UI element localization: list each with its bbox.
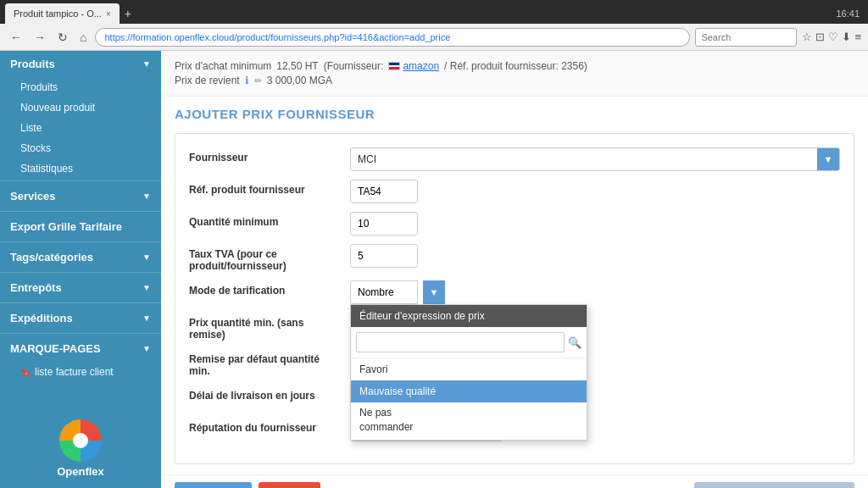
browser-tab[interactable]: Produit tampico - O... × bbox=[5, 3, 120, 24]
fournisseur-control: MCI ▼ bbox=[350, 147, 840, 171]
tab-close-button[interactable]: × bbox=[106, 9, 111, 19]
produits-arrow: ▼ bbox=[142, 59, 151, 69]
taux-tva-input[interactable] bbox=[350, 244, 418, 268]
sidebar-item-export[interactable]: Export Grille Tarifaire bbox=[0, 214, 161, 240]
sidebar-item-expeditions[interactable]: Expéditions ▼ bbox=[0, 305, 161, 331]
delai-livraison-label: Délai de livraison en jours bbox=[189, 385, 342, 402]
tarif-dropdown-btn[interactable]: ▼ bbox=[423, 280, 445, 304]
ref-produit-input[interactable] bbox=[350, 180, 418, 203]
quantite-min-control bbox=[350, 212, 840, 236]
sidebar-entrepots-label: Entrepôts bbox=[10, 281, 62, 294]
sidebar-produits-label: Produits bbox=[10, 58, 55, 70]
taux-tva-row: Taux TVA (pour ce produit/fournisseur) bbox=[189, 244, 840, 272]
sidebar-item-produits-list[interactable]: Produits bbox=[0, 77, 161, 97]
home-button[interactable]: ⌂ bbox=[76, 29, 90, 46]
dropdown-item-ne-pas-commander[interactable]: Ne pascommander bbox=[351, 402, 587, 440]
menu-icon[interactable]: ≡ bbox=[854, 30, 861, 43]
sidebar-item-nouveau-produit[interactable]: Nouveau produit bbox=[0, 97, 161, 118]
sidebar-expeditions-label: Expéditions bbox=[10, 312, 73, 324]
download-icon[interactable]: ⬇ bbox=[842, 30, 851, 43]
fournisseur-select-wrap[interactable]: MCI ▼ bbox=[350, 147, 840, 171]
search-input[interactable] bbox=[695, 28, 797, 47]
dropdown-search-btn[interactable]: 🔍 bbox=[568, 336, 581, 349]
save-button[interactable]: Enregistrer bbox=[175, 482, 252, 488]
prix-achat-label: Prix d'achat minimum bbox=[175, 60, 271, 72]
ref-produit-row: Réf. produit fournisseur bbox=[189, 180, 840, 203]
dropdown-item-mauvaise-qualite[interactable]: Mauvaise qualité bbox=[351, 380, 587, 402]
edit-pencil-icon[interactable]: ✏ bbox=[254, 75, 262, 86]
content-area: Prix d'achat minimum 12,50 HT (Fournisse… bbox=[161, 51, 868, 488]
divider-4 bbox=[0, 272, 161, 273]
form-title: AJOUTER PRIX FOURNISSEUR bbox=[175, 107, 854, 121]
prix-revient-value: 3 000,00 MGA bbox=[267, 75, 332, 86]
divider-1 bbox=[0, 180, 161, 181]
dropdown-header: Éditeur d'expression de prix bbox=[351, 305, 587, 327]
sidebar-item-stocks[interactable]: Stocks bbox=[0, 138, 161, 158]
sidebar-item-liste[interactable]: Liste bbox=[0, 118, 161, 138]
quantite-min-row: Quantité minimum bbox=[189, 212, 840, 236]
tab-title: Produit tampico - O... bbox=[14, 8, 102, 19]
form-section: AJOUTER PRIX FOURNISSEUR Fournisseur MCI… bbox=[161, 97, 868, 474]
tarif-wrap: ▼ bbox=[350, 280, 840, 304]
divider-6 bbox=[0, 333, 161, 334]
sidebar-export-label: Export Grille Tarifaire bbox=[10, 220, 122, 233]
sidebar-item-produits[interactable]: Produits ▼ bbox=[0, 51, 161, 77]
quantite-min-input[interactable] bbox=[350, 212, 418, 236]
star-icon[interactable]: ☆ bbox=[802, 30, 812, 43]
time-display: 16:41 bbox=[836, 8, 863, 19]
quantite-min-label: Quantité minimum bbox=[189, 212, 342, 228]
browser-chrome: Produit tampico - O... × + 16:41 bbox=[0, 0, 868, 24]
fournisseur-row: Fournisseur MCI ▼ bbox=[189, 147, 840, 171]
app-layout: Produits ▼ Produits Nouveau produit List… bbox=[0, 51, 868, 488]
sidebar-item-marque-pages[interactable]: MARQUE-PAGES ▼ bbox=[0, 336, 161, 362]
sidebar-item-services[interactable]: Services ▼ bbox=[0, 183, 161, 209]
logo-text: Openflex bbox=[57, 465, 104, 478]
refresh-button[interactable]: ↻ bbox=[54, 29, 71, 46]
address-input[interactable] bbox=[95, 28, 690, 47]
bookmark-small-icon: 🔖 bbox=[20, 368, 31, 377]
openflex-logo bbox=[59, 419, 102, 462]
prix-achat-row: Prix d'achat minimum 12,50 HT (Fournisse… bbox=[175, 60, 854, 72]
prix-achat-value: 12,50 HT bbox=[276, 60, 318, 72]
facture-client-label: liste facture client bbox=[35, 366, 114, 378]
prix-revient-row: Prix de revient ℹ ✏ 3 000,00 MGA bbox=[175, 75, 854, 86]
dropdown-item-favori[interactable]: Favori bbox=[351, 358, 587, 380]
mode-tarification-label: Mode de tarification bbox=[189, 280, 342, 297]
services-arrow: ▼ bbox=[142, 191, 151, 201]
footer-bar: Enregistrer Annuler Assistance Openflex … bbox=[161, 474, 868, 488]
browser-action-icons: ☆ ⊡ ♡ ⬇ ≡ bbox=[802, 30, 861, 43]
fournisseur-prefix: (Fournisseur: bbox=[324, 60, 384, 72]
new-tab-button[interactable]: + bbox=[125, 7, 131, 20]
tags-arrow: ▼ bbox=[142, 252, 151, 262]
logo-inner bbox=[73, 433, 88, 448]
info-bar: Prix d'achat minimum 12,50 HT (Fournisse… bbox=[161, 51, 868, 97]
cancel-button[interactable]: Annuler bbox=[259, 482, 320, 488]
dropdown-header-title: Éditeur d'expression de prix bbox=[359, 310, 485, 322]
sidebar-item-facture-client[interactable]: 🔖 liste facture client bbox=[0, 362, 161, 382]
fournisseur-label: Fournisseur bbox=[189, 147, 342, 164]
fournisseur-value: MCI bbox=[351, 150, 817, 169]
taux-tva-label: Taux TVA (pour ce produit/fournisseur) bbox=[189, 244, 342, 272]
divider-5 bbox=[0, 302, 161, 303]
ref-produit-label: Réf. produit fournisseur bbox=[189, 180, 342, 196]
ref-produit-control bbox=[350, 180, 840, 203]
dropdown-search-input[interactable] bbox=[356, 332, 565, 352]
sidebar-item-statistiques[interactable]: Statistiques bbox=[0, 158, 161, 179]
shield-icon[interactable]: ♡ bbox=[828, 30, 838, 43]
mode-tarification-row: Mode de tarification ▼ Éditeur d'express… bbox=[189, 280, 840, 304]
sidebar-item-entrepots[interactable]: Entrepôts ▼ bbox=[0, 274, 161, 301]
fournisseur-dropdown-btn[interactable]: ▼ bbox=[817, 147, 839, 171]
sidebar-item-tags[interactable]: Tags/catégories ▼ bbox=[0, 244, 161, 270]
back-button[interactable]: ← bbox=[7, 29, 25, 46]
tarif-nombre-input[interactable] bbox=[350, 280, 418, 304]
assistance-button[interactable]: Assistance Openflex [en ligne] bbox=[694, 482, 854, 488]
bookmark-icon[interactable]: ⊡ bbox=[815, 30, 825, 43]
dropdown-search-wrap: 🔍 bbox=[351, 327, 587, 358]
info-icon: ℹ bbox=[245, 75, 249, 86]
ref-prefix: / Réf. produit fournisseur: 2356) bbox=[444, 60, 587, 72]
expeditions-arrow: ▼ bbox=[142, 313, 151, 323]
entrepots-arrow: ▼ bbox=[142, 283, 151, 292]
taux-tva-control bbox=[350, 244, 840, 268]
amazon-link[interactable]: amazon bbox=[403, 60, 439, 72]
forward-button[interactable]: → bbox=[31, 29, 49, 46]
